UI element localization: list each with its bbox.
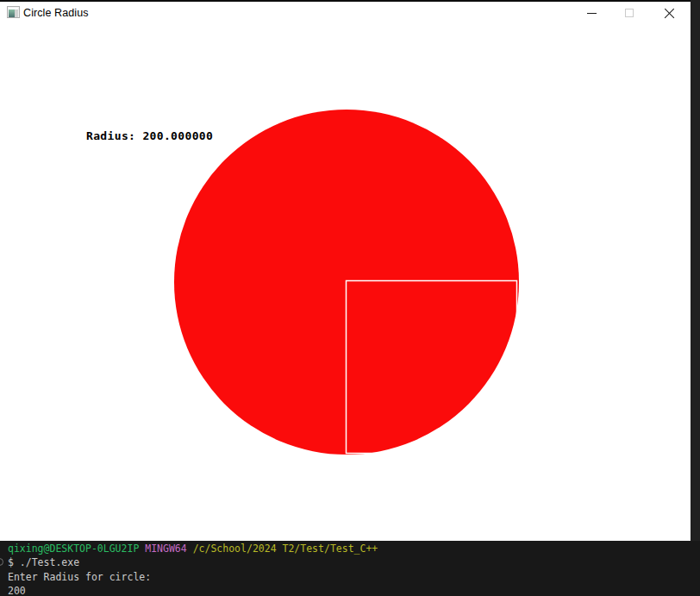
terminal-output-text: Enter Radius for circle: <box>8 571 151 583</box>
drawing-surface <box>0 24 691 541</box>
minimize-icon <box>587 13 597 14</box>
window-titlebar[interactable]: Circle Radius <box>0 2 691 24</box>
window-title: Circle Radius <box>23 7 89 19</box>
command-decoration-icon[interactable] <box>0 558 3 566</box>
maximize-button[interactable] <box>616 2 642 24</box>
terminal-output-line: Enter Radius for circle: <box>8 570 700 584</box>
terminal-user-host: qixing@DESKTOP-0LGU2IP <box>8 543 139 555</box>
graphics-canvas: Radius: 200.000000 <box>0 24 691 541</box>
terminal-panel[interactable]: qixing@DESKTOP-0LGU2IP MINGW64 /c/School… <box>0 541 700 596</box>
maximize-icon <box>625 9 634 17</box>
radius-value-label: Radius: 200.000000 <box>86 129 213 142</box>
desktop-right-edge <box>691 0 700 541</box>
terminal-command-line: $ ./Test.exe <box>8 555 700 569</box>
terminal-input-echo-text: 200 <box>8 585 26 596</box>
terminal-command-text: $ ./Test.exe <box>8 556 79 568</box>
desktop-screenshot: { "window": { "title": "Circle Radius", … <box>0 0 700 596</box>
terminal-prompt-line: qixing@DESKTOP-0LGU2IP MINGW64 /c/School… <box>8 542 700 555</box>
app-icon <box>7 6 20 18</box>
minimize-button[interactable] <box>578 2 604 24</box>
terminal-input-echo-line: 200 <box>8 584 700 596</box>
terminal-env-badge: MINGW64 <box>139 543 186 555</box>
graphics-window: Circle Radius Radius: 200.000000 <box>0 2 691 541</box>
close-button[interactable] <box>656 2 682 24</box>
close-icon <box>664 8 674 18</box>
terminal-cwd-path: /c/School/2024 T2/Test/Test_C++ <box>187 543 378 555</box>
